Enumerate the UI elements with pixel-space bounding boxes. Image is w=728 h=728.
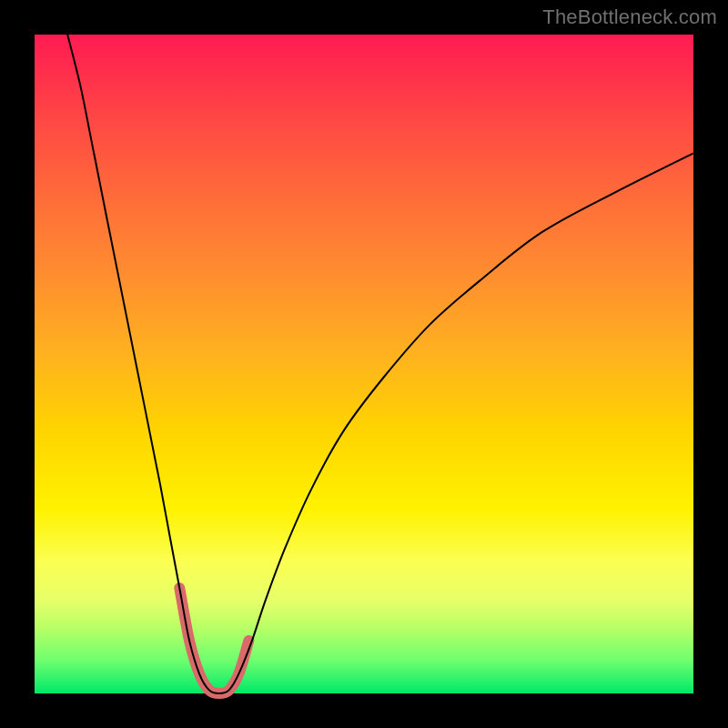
bottleneck-curve-svg xyxy=(35,35,693,693)
bottleneck-curve-line xyxy=(67,35,693,693)
watermark-text: TheBottleneck.com xyxy=(542,5,717,29)
chart-plot-area xyxy=(35,35,693,693)
